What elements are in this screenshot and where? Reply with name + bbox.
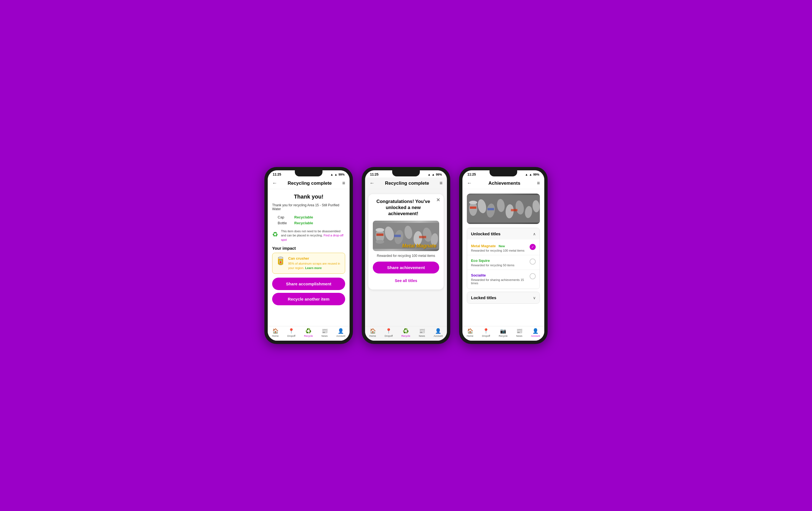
recycle-label-3: Recycle [499, 335, 508, 337]
nav-account-1[interactable]: 👤 Account [336, 328, 345, 337]
signal-icon-1: ▲ [330, 173, 333, 176]
back-button-1[interactable]: ← [272, 180, 277, 186]
home-label-2: Home [370, 335, 376, 337]
nav-recycle-1[interactable]: ♻️ Recycle [304, 328, 313, 337]
phone-2-screen: 11:25 ▲ ▲ 99% ← Recycling complete ≡ ✕ C… [365, 170, 447, 341]
unlocked-titles-accordion: Unlocked titles ∧ Metal Magnate New [467, 228, 540, 289]
title-name-row-2: Eco Squire [471, 258, 530, 263]
nav-recycle-3[interactable]: 📷 Recycle [499, 328, 508, 337]
nav-news-2[interactable]: 📰 News [419, 328, 425, 337]
unlocked-titles-chevron: ∧ [533, 232, 536, 236]
recycle-nav-icon-3: 📷 [500, 328, 506, 334]
locked-titles-label: Locked titles [471, 295, 496, 300]
menu-button-3[interactable]: ≡ [537, 180, 540, 186]
account-label-3: Account [531, 335, 540, 337]
radio-eco-squire[interactable] [530, 259, 536, 265]
recycle-icon: ♻ [272, 230, 278, 239]
locked-titles-accordion: Locked titles ∨ [467, 292, 540, 304]
dropoff-icon-1: 📍 [288, 328, 294, 334]
impact-card: 🥫 Can crusher 95% of aluminum scraps are… [272, 253, 345, 274]
title-name-row-3: Socialite [471, 273, 530, 278]
title-item-row-3: Socialite Rewarded for sharing achieveme… [471, 273, 536, 285]
nav-home-1[interactable]: 🏠 Home [272, 328, 279, 337]
banner-illustration [467, 193, 540, 224]
nav-account-3[interactable]: 👤 Account [531, 328, 540, 337]
app-header-2: ← Recycling complete ≡ [365, 178, 447, 189]
home-icon-1: 🏠 [272, 328, 279, 334]
svg-point-2 [376, 228, 384, 232]
locked-titles-header[interactable]: Locked titles ∨ [467, 292, 540, 303]
news-icon-2: 📰 [419, 328, 425, 334]
unlocked-titles-content: Metal Magnate New Rewarded for recycling… [467, 239, 540, 289]
svg-rect-10 [376, 234, 384, 236]
new-badge-metal-magnate: New [499, 244, 505, 248]
nav-home-3[interactable]: 🏠 Home [467, 328, 473, 337]
recycle-nav-icon-1: ♻️ [305, 328, 312, 334]
svg-point-15 [469, 201, 477, 204]
home-label-1: Home [272, 335, 279, 337]
title-item-info-3: Socialite Rewarded for sharing achieveme… [471, 273, 530, 285]
status-icons-2: ▲ ▲ 99% [428, 173, 442, 176]
impact-content: Can crusher 95% of aluminum scraps are r… [288, 256, 342, 270]
modal-close-button[interactable]: ✕ [436, 197, 440, 203]
achievement-desc: Rewarded for recycling 100 metal items [373, 254, 439, 258]
bottom-nav-1: 🏠 Home 📍 Dropoff ♻️ Recycle 📰 News 👤 Acc… [268, 326, 350, 341]
note-text: This item does not need to be disassembl… [281, 229, 345, 242]
cap-label: Cap [278, 215, 294, 219]
bottom-nav-3: 🏠 Home 📍 Dropoff 📷 Recycle 📰 News 👤 Acco… [462, 326, 544, 341]
recycle-another-button[interactable]: Recycle another item [272, 293, 345, 305]
title-item-info-2: Eco Squire Rewarded for recycling 50 ite… [471, 258, 530, 267]
nav-news-3[interactable]: 📰 News [516, 328, 522, 337]
news-label-2: News [419, 335, 425, 337]
bottle-status: Recyclable [294, 221, 313, 225]
see-all-titles-button[interactable]: See all titles [373, 276, 439, 285]
menu-button-1[interactable]: ≡ [342, 180, 345, 186]
screen1-content: Thank you! Thank you for recycling Area … [268, 189, 350, 326]
nav-news-1[interactable]: 📰 News [321, 328, 328, 337]
learn-more-link[interactable]: Learn more [305, 266, 322, 270]
phone-2: 11:25 ▲ ▲ 99% ← Recycling complete ≡ ✕ C… [362, 167, 450, 344]
title-item-row-1: Metal Magnate New Rewarded for recycling… [471, 243, 536, 252]
notch-3 [490, 170, 517, 176]
nav-home-2[interactable]: 🏠 Home [370, 328, 376, 337]
status-bar-3: 11:25 ▲ ▲ 99% [462, 170, 544, 178]
back-button-3[interactable]: ← [467, 180, 472, 186]
nav-dropoff-2[interactable]: 📍 Dropoff [385, 328, 393, 337]
notch-2 [392, 170, 420, 176]
phone-1-screen: 11:25 ▲ ▲ 99% ← Recycling complete ≡ Tha… [268, 170, 350, 341]
phone-3: 11:25 ▲ ▲ 99% ← Achievements ≡ [459, 167, 548, 344]
account-icon-3: 👤 [532, 328, 539, 334]
share-achievement-button[interactable]: Share achievement [373, 262, 439, 273]
news-icon-3: 📰 [516, 328, 522, 334]
svg-rect-12 [394, 235, 401, 237]
impact-desc: 95% of aluminum scraps are reused in you… [288, 262, 342, 270]
status-icons-1: ▲ ▲ 99% [330, 173, 345, 176]
app-header-3: ← Achievements ≡ [462, 178, 544, 189]
news-icon-1: 📰 [322, 328, 328, 334]
page-title-2: Recycling complete [375, 181, 439, 186]
radio-metal-magnate[interactable]: ✓ [530, 244, 536, 250]
share-accomplishment-button[interactable]: Share accomplishment [272, 278, 345, 290]
nav-dropoff-3[interactable]: 📍 Dropoff [482, 328, 490, 337]
impact-section: Your impact 🥫 Can crusher 95% of aluminu… [272, 246, 345, 274]
recycling-row-bottle: Bottle Recyclable [272, 220, 345, 226]
status-bar-1: 11:25 ▲ ▲ 99% [268, 170, 350, 178]
nav-account-2[interactable]: 👤 Account [434, 328, 443, 337]
svg-rect-11 [419, 236, 426, 238]
recycling-row-cap: Cap Recyclable [272, 214, 345, 220]
unlocked-titles-label: Unlocked titles [471, 232, 500, 236]
signal-icon-3: ▲ [525, 173, 528, 176]
wifi-icon-2: ▲ [432, 173, 435, 176]
nav-recycle-2[interactable]: ♻️ Recycle [401, 328, 410, 337]
account-icon-2: 👤 [435, 328, 441, 334]
back-button-2[interactable]: ← [370, 180, 375, 186]
phone-3-screen: 11:25 ▲ ▲ 99% ← Achievements ≡ [462, 170, 544, 341]
dropoff-label-3: Dropoff [482, 335, 490, 337]
menu-button-2[interactable]: ≡ [439, 180, 442, 186]
radio-socialite[interactable] [530, 273, 536, 279]
nav-dropoff-1[interactable]: 📍 Dropoff [287, 328, 295, 337]
status-time-2: 11:25 [370, 173, 379, 176]
unlocked-titles-header[interactable]: Unlocked titles ∧ [467, 228, 540, 239]
recycle-label-1: Recycle [304, 335, 313, 337]
recycle-nav-icon-2: ♻️ [403, 328, 409, 334]
